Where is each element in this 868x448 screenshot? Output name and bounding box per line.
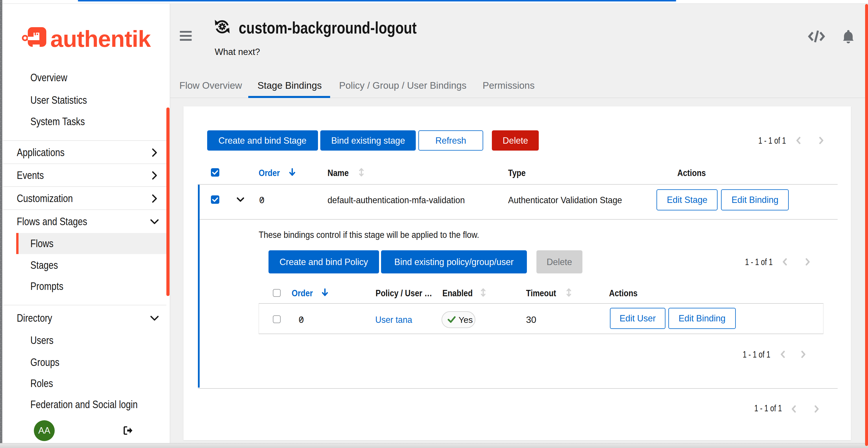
svg-text:authentik: authentik	[50, 26, 151, 50]
